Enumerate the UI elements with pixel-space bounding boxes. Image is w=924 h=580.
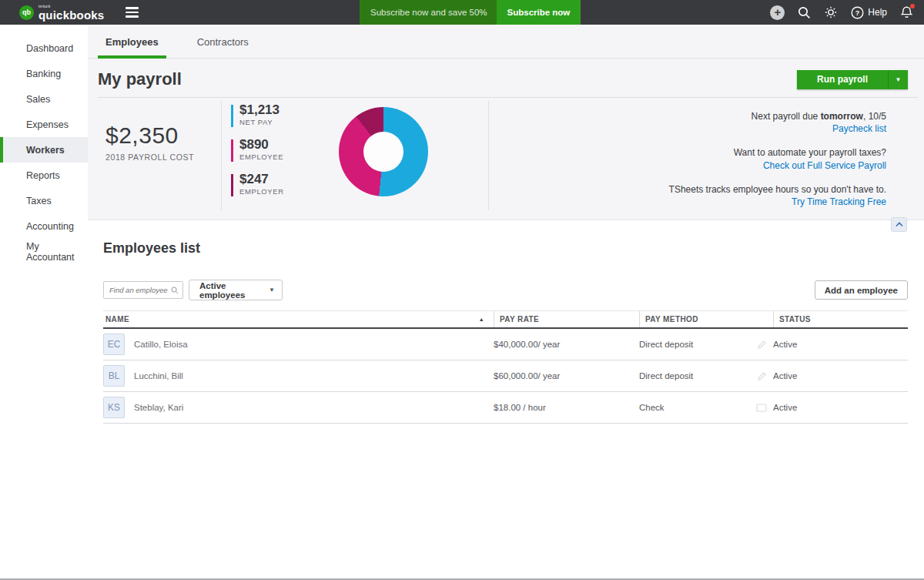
create-plus-icon[interactable]: + [770,5,785,20]
employer-color-tick [231,174,233,196]
net-pay-color-tick [231,105,233,127]
payroll-header: My payroll Run payroll ▼ [88,59,924,97]
pay-rate-cell: $40,000.00/ year [494,340,639,349]
topbar-icons: + ? Help [770,0,913,25]
avatar[interactable]: BL [103,365,125,387]
table-row[interactable]: BL Lucchini, Bill $60,000.00/ year Direc… [103,360,908,392]
payroll-total-label: 2018 PAYROLL COST [105,153,194,162]
time-tracking-link[interactable]: Try Time Tracking Free [792,196,886,207]
table-header-row: NAME ▲ PAY RATE PAY METHOD STATUS [103,310,908,329]
notification-dot [910,4,915,8]
employee-label: EMPLOYEE [239,153,283,161]
stat-list: $1,213 NET PAY $890 EMPLOYEE $247 EMPLOY… [231,102,284,206]
table-row[interactable]: EC Catillo, Eloisa $40,000.00/ year Dire… [103,329,908,360]
employee-color-tick [231,139,233,162]
net-pay-value: $1,213 [239,102,280,118]
employee-value: $890 [239,137,283,153]
employee-name[interactable]: Catillo, Eloisa [134,340,188,349]
sidebar-item-accounting[interactable]: Accounting [0,213,88,239]
tab-employees[interactable]: Employees [98,36,166,59]
status-cell: Active [773,340,908,349]
help-label: Help [868,7,887,18]
tsheets-notice: TSheets tracks employee hours so you don… [669,183,886,208]
employee-search-input[interactable] [109,286,171,294]
status-cell: Active [773,371,908,381]
pay-rate-cell: $60,000.00/ year [494,371,639,381]
next-payroll-notice: Next payroll due tomorrow, 10/5 Paycheck… [669,110,886,135]
hamburger-menu-icon[interactable] [126,7,139,18]
tabstrip: Employees Contractors [88,25,924,59]
sort-ascending-icon[interactable]: ▲ [479,317,484,322]
sidebar: Dashboard Banking Sales Expenses Workers… [0,25,88,580]
subscribe-now-button[interactable]: Subscribe now [497,0,581,25]
column-header-name[interactable]: NAME ▲ [103,311,494,327]
avatar[interactable]: EC [103,334,125,355]
sidebar-item-workers[interactable]: Workers [0,137,88,163]
sidebar-item-banking[interactable]: Banking [0,61,88,86]
column-header-pay-method[interactable]: PAY METHOD [639,311,773,327]
payroll-total-value: $2,350 [105,122,194,149]
payroll-total: $2,350 2018 PAYROLL COST [105,122,194,162]
sidebar-item-sales[interactable]: Sales [0,86,88,112]
table-row[interactable]: KS Steblay, Kari $18.00 / hour Check Act… [103,392,908,424]
sidebar-item-expenses[interactable]: Expenses [0,112,88,137]
paycheck-list-link[interactable]: Paycheck list [832,123,886,134]
stat-employer: $247 EMPLOYER [231,172,284,196]
search-icon[interactable] [798,6,811,19]
help-button[interactable]: ? Help [851,6,887,19]
column-header-pay-rate[interactable]: PAY RATE [494,311,639,327]
brand-text: intuit quickbooks [38,4,104,21]
employee-search[interactable] [103,281,183,299]
employee-name[interactable]: Lucchini, Bill [134,371,183,381]
employees-controls: Active employees ▼ Add an employee [103,280,908,300]
avatar[interactable]: KS [103,397,125,418]
net-pay-label: NET PAY [239,118,280,126]
employee-name[interactable]: Steblay, Kari [134,403,183,412]
help-icon: ? [851,6,864,19]
column-header-status[interactable]: STATUS [773,311,908,327]
notifications-bell-icon[interactable] [900,5,913,19]
quickbooks-label: quickbooks [38,9,104,21]
edit-pencil-icon[interactable] [757,371,767,381]
sidebar-item-taxes[interactable]: Taxes [0,188,88,213]
topbar: qb intuit quickbooks Subscribe now and s… [0,0,924,25]
collapse-panel-button[interactable] [891,217,907,232]
full-service-payroll-link[interactable]: Check out Full Service Payroll [763,160,886,171]
run-payroll-split-button: Run payroll ▼ [797,70,908,89]
pay-rate-cell: $18.00 / hour [494,403,639,412]
pay-method-cell: Direct deposit [639,340,773,350]
add-employee-button[interactable]: Add an employee [815,280,908,300]
employer-value: $247 [239,172,284,187]
main-content: Employees Contractors My payroll Run pay… [88,25,924,580]
employees-list-section: Employees list Active employees ▼ Add an… [88,220,924,580]
stat-employee: $890 EMPLOYEE [231,137,284,162]
edit-pencil-icon[interactable] [757,340,767,350]
quickbooks-logo[interactable]: qb intuit quickbooks [19,4,104,21]
run-payroll-button[interactable]: Run payroll [797,70,888,89]
sidebar-item-reports[interactable]: Reports [0,163,88,188]
check-envelope-icon[interactable] [756,404,767,412]
chevron-up-icon [896,222,903,227]
banner-text: Subscribe now and save 50% [370,8,487,17]
employee-filter-dropdown[interactable]: Active employees ▼ [189,280,283,300]
payroll-notices: Next payroll due tomorrow, 10/5 Paycheck… [669,110,886,220]
svg-text:?: ? [855,9,860,17]
automate-taxes-notice: Want to automate your payroll taxes? Che… [669,146,886,171]
pay-method-cell: Direct deposit [639,371,773,381]
gear-icon[interactable] [824,5,838,19]
sidebar-item-my-accountant[interactable]: My Accountant [0,239,88,264]
payroll-stats: $2,350 2018 PAYROLL COST $1,213 NET PAY … [88,98,924,220]
filter-selected-value: Active employees [199,281,269,300]
tab-contractors[interactable]: Contractors [189,36,256,59]
search-icon [171,286,179,295]
employees-table: NAME ▲ PAY RATE PAY METHOD STATUS EC Cat… [103,310,908,424]
run-payroll-dropdown-icon[interactable]: ▼ [888,70,908,89]
pay-method-cell: Check [639,403,773,412]
employer-label: EMPLOYER [239,187,284,196]
vertical-divider [488,101,489,210]
sidebar-item-dashboard[interactable]: Dashboard [0,35,88,61]
stat-net-pay: $1,213 NET PAY [231,102,284,127]
employees-list-title: Employees list [103,240,924,256]
status-cell: Active [773,403,908,412]
chevron-down-icon: ▼ [269,287,275,293]
